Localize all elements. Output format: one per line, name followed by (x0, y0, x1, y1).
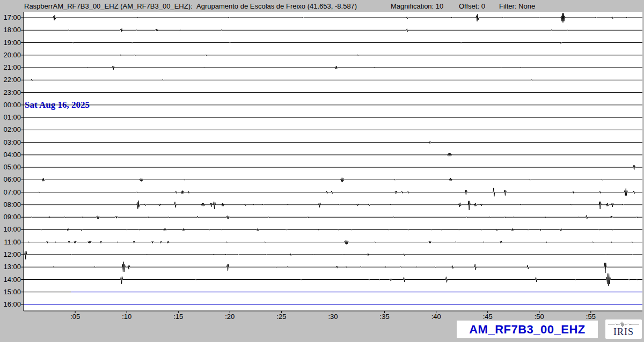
hour-label-16:00: 16:00 (0, 300, 21, 309)
x-tick-label-:35: :35 (374, 313, 396, 321)
hour-label-02:00: 02:00 (0, 125, 21, 134)
header-offset: Offset: 0 (459, 2, 485, 10)
hour-label-21:00: 21:00 (0, 63, 21, 72)
x-tick-label-:50: :50 (529, 313, 550, 321)
hour-label-17:00: 17:00 (0, 13, 21, 22)
hour-label-05:00: 05:00 (0, 163, 21, 172)
header-station-description: Agrupamento de Escolas de Freixo (41.653… (196, 2, 357, 10)
header-magnification: Magnification: 10 (391, 2, 443, 10)
hour-label-07:00: 07:00 (0, 188, 21, 197)
x-tick-label-:10: :10 (116, 313, 137, 321)
x-tick-label-:05: :05 (64, 313, 86, 321)
x-tick-label-:25: :25 (270, 313, 292, 321)
hour-label-01:00: 01:00 (0, 113, 21, 122)
hour-label-20:00: 20:00 (0, 51, 21, 60)
x-tick-label-:30: :30 (323, 313, 344, 321)
station-badge: AM_RF7B3_00_EHZ (457, 321, 598, 338)
hour-label-23:00: 23:00 (0, 88, 21, 97)
hour-label-04:00: 04:00 (0, 151, 21, 159)
helicorder-plot-area[interactable] (24, 12, 642, 311)
date-annotation: Sat Aug 16, 2025 (25, 100, 90, 110)
y-axis-ticks (21, 18, 24, 304)
hour-label-03:00: 03:00 (0, 138, 21, 147)
hour-label-18:00: 18:00 (0, 26, 21, 34)
hour-label-00:00: 00:00 (0, 101, 21, 109)
iris-logo[interactable]: IRIS (605, 319, 642, 339)
hour-label-09:00: 09:00 (0, 213, 21, 221)
x-tick-label-:55: :55 (580, 313, 602, 321)
x-tick-label-:45: :45 (477, 313, 499, 321)
hour-label-19:00: 19:00 (0, 39, 21, 47)
hour-label-11:00: 11:00 (0, 238, 21, 247)
hour-label-14:00: 14:00 (0, 276, 21, 284)
hour-label-22:00: 22:00 (0, 76, 21, 84)
x-tick-label-:15: :15 (167, 313, 189, 321)
hour-label-10:00: 10:00 (0, 225, 21, 234)
hour-label-08:00: 08:00 (0, 200, 21, 209)
header-filter: Filter: None (499, 2, 535, 10)
hour-label-12:00: 12:00 (0, 250, 21, 259)
x-tick-label-:40: :40 (426, 313, 447, 321)
x-tick-label-:20: :20 (219, 313, 240, 321)
iris-logo-text: IRIS (613, 327, 634, 337)
header-station-id: RaspberrAM_RF7B3_00_EHZ (AM_RF7B3_00_EHZ… (24, 2, 193, 10)
hour-label-15:00: 15:00 (0, 288, 21, 296)
hour-label-06:00: 06:00 (0, 175, 21, 184)
hour-label-13:00: 13:00 (0, 263, 21, 271)
